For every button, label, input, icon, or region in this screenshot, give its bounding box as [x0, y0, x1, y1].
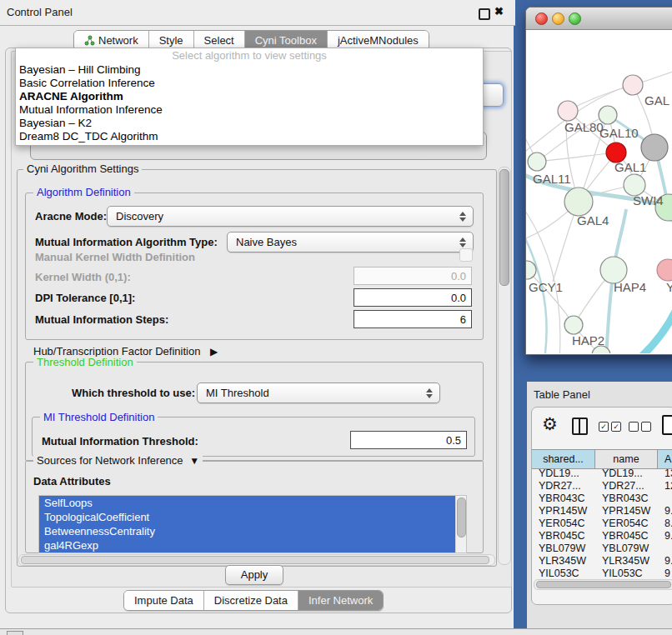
tab-impute-data[interactable]: Impute Data [124, 591, 204, 610]
network-icon [84, 35, 95, 46]
close-icon[interactable]: ✖ [494, 5, 504, 18]
mi-steps-field[interactable] [354, 310, 472, 328]
mi-algorithm-type-value: Naive Bayes [228, 236, 457, 248]
list-item-selfloops[interactable]: SelfLoops [39, 496, 456, 510]
table-horizontal-scrollbar-thumb[interactable] [536, 581, 671, 588]
table-row[interactable]: YDL19...YDL19...13 [532, 468, 672, 480]
manual-kernel-width-label: Manual Kernel Width Definition [35, 251, 195, 263]
status-strip [0, 628, 672, 635]
table-row[interactable]: YDR27...YDR27...12 [532, 480, 672, 492]
table-horizontal-scrollbar[interactable] [534, 579, 672, 590]
unchecked-box-icon [641, 422, 651, 432]
sources-legend[interactable]: Sources for Network Inference ▼ [33, 455, 203, 467]
bottom-tabs: Impute Data Discretize Data Infer Networ… [123, 590, 384, 611]
node-gray[interactable] [641, 134, 668, 161]
algorithm-dropdown-popup: Select algorithm to view settings Bayesi… [15, 48, 484, 146]
kernel-width-label: Kernel Width (0,1): [35, 271, 131, 283]
column-header-shared[interactable]: shared... [532, 450, 595, 468]
threshold-definition-legend: Threshold Definition [33, 357, 137, 368]
screen: Control Panel ✖ Network Style Select Cyn… [0, 0, 672, 635]
popup-item-bayesian-hill-climbing[interactable]: Bayesian – Hill Climbing [16, 63, 483, 77]
table-row[interactable]: YBR045CYBR045C9. [532, 530, 672, 542]
popup-item-dream8[interactable]: Dream8 DC_TDC Algorithm [16, 130, 483, 143]
table-panel-content: ⚙ ✓ ✓ shared... name A YDL19...YDL19...1… [531, 407, 672, 605]
which-threshold-value: MI Threshold [198, 387, 424, 399]
which-threshold-label: Which threshold to use: [72, 387, 195, 399]
attributes-scrollbar-thumb[interactable] [457, 498, 466, 538]
table-row[interactable]: YIL053CYIL053C9 [532, 568, 672, 578]
zoom-traffic-light[interactable] [569, 12, 581, 25]
node-label-gal80: GAL80 [564, 120, 604, 134]
list-item-betweennesscentrality[interactable]: BetweennessCentrality [39, 524, 456, 538]
float-window-icon[interactable] [479, 8, 490, 20]
mi-threshold-field[interactable] [350, 431, 467, 449]
attributes-scrollbar[interactable] [455, 496, 466, 552]
node-y-partial[interactable] [657, 259, 672, 281]
table-row[interactable]: YER054CYER054C8. [532, 518, 672, 530]
table-row[interactable]: YBL079WYBL079W [532, 542, 672, 555]
table-body: YDL19...YDL19...13 YDR27...YDR27...12 YB… [532, 468, 672, 578]
collapsed-arrow-icon: ▶ [210, 346, 218, 358]
data-attributes-label: Data Attributes [33, 475, 111, 488]
popup-item-basic-correlation[interactable]: Basic Correlation Inference [16, 77, 483, 90]
list-item-topologicalcoefficient[interactable]: TopologicalCoefficient [39, 510, 456, 524]
popup-item-mutual-information[interactable]: Mutual Information Inference [16, 103, 483, 117]
column-header-partial[interactable]: A [658, 450, 672, 468]
spinner-icon [424, 388, 435, 398]
document-icon[interactable] [662, 415, 672, 435]
mi-algorithm-type-combo[interactable]: Naive Bayes [227, 232, 474, 252]
manual-kernel-width-checkbox[interactable] [459, 248, 473, 262]
horizontal-scrollbar[interactable] [18, 554, 495, 566]
table-row[interactable]: YBR043CYBR043C [532, 492, 672, 505]
which-threshold-combo[interactable]: MI Threshold [197, 382, 440, 403]
network-graph [526, 30, 672, 353]
settings-scrollbar[interactable] [498, 167, 511, 565]
table-panel-window: Table Panel ⚙ ✓ ✓ shared... name A YDL19… [527, 382, 672, 628]
status-strip-button[interactable] [7, 631, 23, 635]
node-label-gal4: GAL4 [577, 213, 609, 228]
table-header: shared... name A [532, 449, 672, 469]
aracne-mode-combo[interactable]: Discovery [107, 206, 474, 227]
aracne-mode-value: Discovery [108, 210, 457, 222]
tab-infer-network[interactable]: Infer Network [298, 591, 383, 610]
node-gal80[interactable] [558, 101, 578, 121]
horizontal-scrollbar-thumb[interactable] [21, 556, 489, 564]
table-panel-title: Table Panel [534, 388, 590, 401]
network-canvas[interactable]: GAL GAL80 GAL10 GAL1 GAL11 SWI4 GAL4 GCY… [526, 30, 672, 353]
node-label-gal1: GAL1 [614, 160, 646, 174]
select-all-checkboxes-icon[interactable]: ✓ ✓ [599, 422, 621, 432]
apply-button[interactable]: Apply [225, 565, 283, 585]
popup-item-aracne[interactable]: ARACNE Algorithm [16, 90, 483, 103]
column-layout-icon[interactable] [572, 418, 588, 435]
tab-discretize-data[interactable]: Discretize Data [204, 591, 298, 610]
unchecked-box-icon [629, 422, 639, 432]
node-label-swi4: SWI4 [633, 193, 664, 208]
expanded-arrow-icon: ▼ [189, 455, 199, 467]
node-label-gcy1: GCY1 [529, 280, 563, 294]
kernel-width-field[interactable] [354, 267, 472, 285]
minimize-traffic-light[interactable] [552, 12, 564, 25]
node-gal-partial[interactable] [623, 75, 643, 95]
aracne-mode-label: Aracne Mode: [35, 210, 107, 222]
list-item-gal4rgexp[interactable]: gal4RGexp [39, 538, 456, 552]
node-label-hap2: HAP2 [572, 333, 604, 348]
table-row[interactable]: YLR345WYLR345W9. [532, 555, 672, 568]
network-window-titlebar[interactable] [526, 8, 672, 30]
control-panel-titlebar [0, 0, 515, 26]
table-row[interactable]: YPR145WYPR145W9. [532, 505, 672, 518]
gear-icon[interactable]: ⚙ [542, 414, 558, 434]
node-gal4[interactable] [564, 188, 593, 216]
dpi-tolerance-label: DPI Tolerance [0,1]: [35, 292, 135, 304]
node-label-hap4: HAP4 [614, 280, 646, 294]
checked-box-icon: ✓ [611, 422, 621, 432]
settings-scrollbar-thumb[interactable] [499, 169, 509, 286]
deselect-all-checkboxes-icon[interactable] [629, 422, 651, 432]
dpi-tolerance-field[interactable] [354, 288, 472, 307]
algorithm-definition-legend: Algorithm Definition [33, 187, 134, 198]
popup-item-bayesian-k2[interactable]: Bayesian – K2 [16, 117, 483, 130]
close-traffic-light[interactable] [535, 12, 548, 25]
node-hap2[interactable] [564, 316, 583, 334]
network-window: GAL GAL80 GAL10 GAL1 GAL11 SWI4 GAL4 GCY… [525, 7, 672, 355]
column-header-name[interactable]: name [595, 450, 658, 468]
node-gal11[interactable] [528, 152, 546, 171]
